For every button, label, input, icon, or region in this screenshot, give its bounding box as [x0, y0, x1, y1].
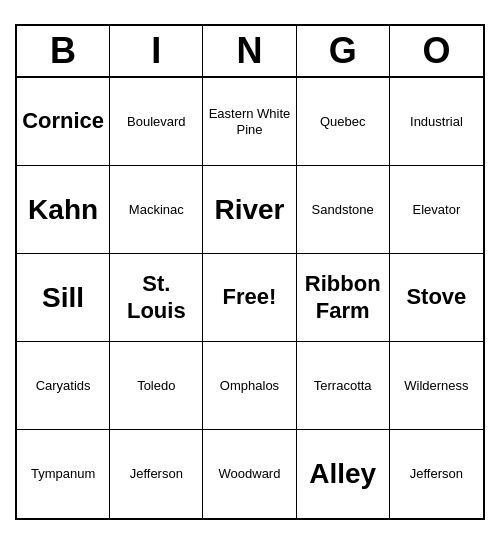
cell-label: Free!	[223, 284, 277, 310]
bingo-header: BINGO	[17, 26, 483, 78]
cell-label: Wilderness	[404, 378, 468, 394]
bingo-cell: Sandstone	[297, 166, 390, 254]
bingo-cell: Stove	[390, 254, 483, 342]
cell-label: Alley	[309, 457, 376, 491]
header-letter: I	[110, 26, 203, 76]
cell-label: Woodward	[219, 466, 281, 482]
bingo-cell: Eastern White Pine	[203, 78, 296, 166]
header-letter: B	[17, 26, 110, 76]
cell-label: Elevator	[413, 202, 461, 218]
cell-label: Kahn	[28, 193, 98, 227]
bingo-cell: St. Louis	[110, 254, 203, 342]
cell-label: Sill	[42, 281, 84, 315]
cell-label: Tympanum	[31, 466, 95, 482]
cell-label: Caryatids	[36, 378, 91, 394]
bingo-cell: Woodward	[203, 430, 296, 518]
cell-label: Omphalos	[220, 378, 279, 394]
cell-label: Sandstone	[312, 202, 374, 218]
bingo-cell: Omphalos	[203, 342, 296, 430]
bingo-cell: Cornice	[17, 78, 110, 166]
cell-label: Stove	[406, 284, 466, 310]
cell-label: Industrial	[410, 114, 463, 130]
header-letter: G	[297, 26, 390, 76]
cell-label: Quebec	[320, 114, 366, 130]
bingo-cell: Sill	[17, 254, 110, 342]
cell-label: Toledo	[137, 378, 175, 394]
bingo-cell: Wilderness	[390, 342, 483, 430]
bingo-cell: Ribbon Farm	[297, 254, 390, 342]
cell-label: Terracotta	[314, 378, 372, 394]
cell-label: Boulevard	[127, 114, 186, 130]
bingo-cell: Mackinac	[110, 166, 203, 254]
header-letter: O	[390, 26, 483, 76]
cell-label: Mackinac	[129, 202, 184, 218]
cell-label: Ribbon Farm	[301, 271, 385, 324]
bingo-cell: River	[203, 166, 296, 254]
bingo-cell: Kahn	[17, 166, 110, 254]
bingo-cell: Caryatids	[17, 342, 110, 430]
bingo-cell: Alley	[297, 430, 390, 518]
cell-label: Eastern White Pine	[207, 106, 291, 137]
cell-label: St. Louis	[114, 271, 198, 324]
cell-label: River	[214, 193, 284, 227]
bingo-cell: Quebec	[297, 78, 390, 166]
bingo-cell: Free!	[203, 254, 296, 342]
bingo-cell: Elevator	[390, 166, 483, 254]
bingo-cell: Terracotta	[297, 342, 390, 430]
bingo-cell: Boulevard	[110, 78, 203, 166]
bingo-grid: CorniceBoulevardEastern White PineQuebec…	[17, 78, 483, 518]
bingo-cell: Industrial	[390, 78, 483, 166]
bingo-cell: Toledo	[110, 342, 203, 430]
bingo-cell: Jefferson	[390, 430, 483, 518]
cell-label: Jefferson	[410, 466, 463, 482]
header-letter: N	[203, 26, 296, 76]
bingo-cell: Tympanum	[17, 430, 110, 518]
bingo-cell: Jefferson	[110, 430, 203, 518]
cell-label: Cornice	[22, 108, 104, 134]
bingo-card: BINGO CorniceBoulevardEastern White Pine…	[15, 24, 485, 520]
cell-label: Jefferson	[130, 466, 183, 482]
